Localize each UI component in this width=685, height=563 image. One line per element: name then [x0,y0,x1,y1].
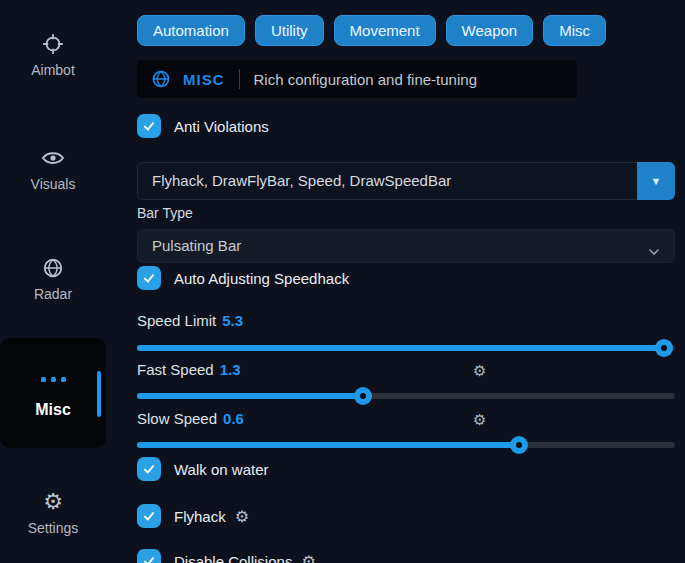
checkbox-label: Flyhack [174,508,226,525]
fast-speed-gear-icon[interactable]: ⚙ [473,362,486,380]
triangle-down-icon: ▼ [651,163,662,199]
anti-violations-row: Anti Violations [137,114,269,138]
globe-icon [0,256,106,280]
tab-movement[interactable]: Movement [334,15,436,46]
slider-thumb[interactable] [655,339,673,357]
bar-type-value: Pulsating Bar [152,237,241,254]
slider-fill [137,345,664,351]
bar-type-label: Bar Type [137,205,193,221]
tab-automation[interactable]: Automation [137,15,245,46]
gear-icon: ⚙ [0,490,106,514]
eye-icon [0,146,106,170]
slider-fill [137,442,519,448]
slow-speed-label: Slow Speed0.6 [137,410,244,427]
flyhack-gear-icon[interactable]: ⚙ [235,507,249,526]
multiselect-dropdown-button[interactable]: ▼ [637,162,675,200]
crosshair-icon [0,32,106,56]
section-title: MISC [183,71,225,88]
disable-collisions-row: Disable Collisions ⚙ [137,549,316,563]
chevron-down-icon [646,239,662,271]
walk-on-water-row: Walk on water [137,457,268,481]
sidebar-label: Radar [0,286,106,302]
sidebar-item-aimbot[interactable]: Aimbot [0,32,106,78]
sidebar-item-settings[interactable]: ⚙ Settings [0,490,106,536]
misc-panel: Automation Utility Movement Weapon Misc … [137,0,675,563]
sidebar: Aimbot Visuals Radar Misc [0,0,132,563]
divider [239,69,240,89]
speed-limit-label: Speed Limit5.3 [137,312,243,329]
sidebar-label: Misc [35,401,71,419]
tab-weapon[interactable]: Weapon [446,15,534,46]
anti-violations-checkbox[interactable] [137,114,161,138]
slow-speed-slider[interactable] [137,442,675,448]
sidebar-label: Aimbot [0,62,106,78]
slider-thumb[interactable] [354,387,372,405]
checkbox-label: Anti Violations [174,118,269,135]
checkbox-label: Auto Adjusting Speedhack [174,270,349,287]
cheat-menu-window: Aimbot Visuals Radar Misc [0,0,685,563]
globe-icon [151,69,171,89]
bar-type-select[interactable]: Pulsating Bar [137,229,675,263]
section-header: MISC Rich configuration and fine-tuning [137,60,577,98]
sidebar-item-misc[interactable]: Misc [0,338,106,448]
fast-speed-value: 1.3 [220,361,241,378]
slow-speed-value: 0.6 [223,410,244,427]
disable-collisions-checkbox[interactable] [137,549,161,563]
category-tabs: Automation Utility Movement Weapon Misc [137,15,606,46]
speed-limit-slider[interactable] [137,345,675,351]
auto-adjusting-speedhack-row: Auto Adjusting Speedhack [137,266,349,290]
fast-speed-slider[interactable] [137,393,675,399]
flyhack-checkbox[interactable] [137,504,161,528]
auto-adjusting-speedhack-checkbox[interactable] [137,266,161,290]
section-subtitle: Rich configuration and fine-tuning [254,71,477,88]
checkbox-label: Disable Collisions [174,553,292,563]
disable-collisions-gear-icon[interactable]: ⚙ [301,552,315,563]
tab-utility[interactable]: Utility [255,15,324,46]
sidebar-item-radar[interactable]: Radar [0,256,106,302]
walk-on-water-checkbox[interactable] [137,457,161,481]
flyhack-row: Flyhack ⚙ [137,504,249,528]
speed-limit-value: 5.3 [222,312,243,329]
active-accent-bar [97,371,101,417]
sidebar-item-visuals[interactable]: Visuals [0,146,106,192]
sidebar-label: Settings [0,520,106,536]
fast-speed-label: Fast Speed1.3 [137,361,241,378]
ellipsis-icon [41,367,66,391]
slider-fill [137,393,363,399]
slider-thumb[interactable] [510,436,528,454]
sidebar-label: Visuals [0,176,106,192]
slow-speed-gear-icon[interactable]: ⚙ [473,411,486,429]
bar-flags-multiselect[interactable]: Flyhack, DrawFlyBar, Speed, DrawSpeedBar… [137,162,675,200]
bar-flags-value: Flyhack, DrawFlyBar, Speed, DrawSpeedBar [152,172,451,189]
checkbox-label: Walk on water [174,461,268,478]
tab-misc[interactable]: Misc [543,15,606,46]
